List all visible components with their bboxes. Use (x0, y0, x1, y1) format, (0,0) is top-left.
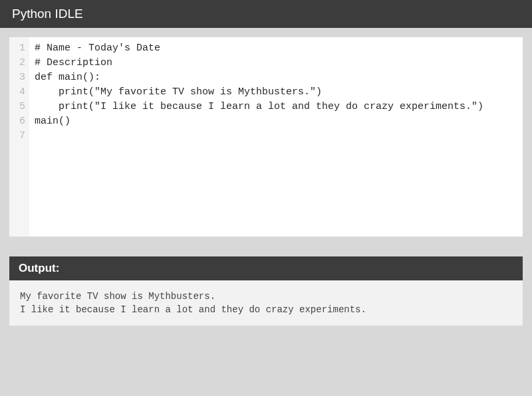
code-line[interactable]: main() (35, 114, 517, 129)
output-section: Output: My favorite TV show is Mythbuste… (9, 256, 523, 326)
app-title: Python IDLE (12, 7, 83, 21)
line-number: 1 (16, 41, 25, 56)
code-line[interactable] (35, 129, 517, 144)
line-number: 5 (16, 100, 25, 114)
code-line[interactable]: def main(): (35, 70, 517, 85)
line-number: 4 (16, 85, 25, 100)
output-body: My favorite TV show is Mythbusters. I li… (9, 280, 523, 326)
code-area[interactable]: # Name - Today's Date# Descriptiondef ma… (29, 37, 523, 237)
title-bar: Python IDLE (0, 0, 532, 28)
line-number: 6 (16, 114, 25, 129)
code-line[interactable]: print("My favorite TV show is Mythbuster… (35, 85, 517, 100)
line-number-gutter: 1234567 (9, 37, 29, 237)
code-line[interactable]: # Description (35, 56, 517, 70)
code-line[interactable]: # Name - Today's Date (35, 41, 517, 56)
line-number: 3 (16, 70, 25, 85)
line-number: 7 (16, 129, 25, 144)
code-editor[interactable]: 1234567 # Name - Today's Date# Descripti… (9, 37, 523, 237)
line-number: 2 (16, 56, 25, 70)
output-header: Output: (9, 256, 523, 280)
code-line[interactable]: print("I like it because I learn a lot a… (35, 100, 517, 114)
